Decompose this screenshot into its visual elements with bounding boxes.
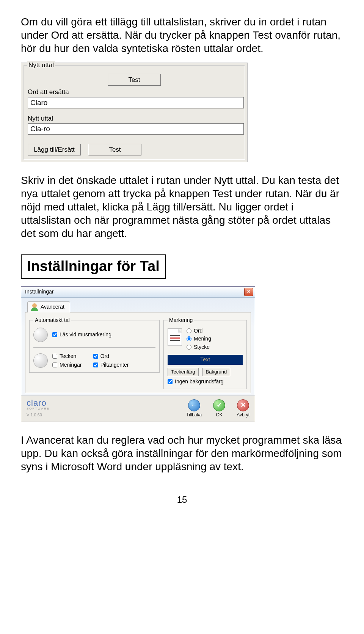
paragraph-2: Skriv in det önskade uttalet i rutan und… <box>21 174 343 240</box>
button-ok[interactable]: ✓ OK <box>213 399 225 418</box>
test-button-top[interactable]: Test <box>108 74 161 86</box>
radio-stycke[interactable]: Stycke <box>187 344 211 351</box>
label-ord-att-ersatta: Ord att ersätta <box>28 88 241 96</box>
window-title: Inställningar <box>25 289 244 295</box>
keyboard-icon <box>33 353 48 368</box>
claro-logo: claro SOFTWARE <box>27 399 50 410</box>
cancel-icon: ✕ <box>237 399 249 411</box>
group-mark-legend: Markering <box>168 317 194 324</box>
version-label: V 1.0.60 <box>27 413 50 418</box>
checkbox-input[interactable] <box>52 332 57 337</box>
group-markering: Markering Ord Mening Stycke <box>163 317 247 389</box>
window-titlebar: Inställningar ✕ <box>21 287 255 298</box>
input-ord-att-ersatta[interactable] <box>28 97 244 108</box>
radio-mening[interactable]: Mening <box>187 336 211 342</box>
screenshot-nytt-uttal: Nytt uttal Test Ord att ersätta Nytt utt… <box>21 63 248 162</box>
screenshot-installningar: Inställningar ✕ Avancerat Automatiskt ta… <box>21 286 255 422</box>
input-nytt-uttal[interactable] <box>28 123 244 135</box>
tab-avancerat[interactable]: Avancerat <box>27 301 70 312</box>
checkbox-tecken[interactable]: Tecken <box>52 353 88 360</box>
close-icon[interactable]: ✕ <box>244 288 253 296</box>
button-bakgrund[interactable]: Bakgrund <box>202 368 231 376</box>
button-avbryt[interactable]: ✕ Avbryt <box>237 399 249 418</box>
group-auto-legend: Automatiskt tal <box>33 317 71 324</box>
person-icon <box>31 303 38 311</box>
arrow-left-icon: ← <box>188 399 200 411</box>
paragraph-1: Om du vill göra ett tillägg till uttalsl… <box>21 15 343 55</box>
mouse-icon <box>33 328 48 342</box>
tab-label: Avancerat <box>41 304 64 311</box>
page-number: 15 <box>21 494 343 505</box>
button-tillbaka[interactable]: ← Tillbaka <box>186 399 202 418</box>
button-teckenfarg[interactable]: Teckenfärg <box>168 368 199 376</box>
text-color-sample: Text <box>168 355 243 365</box>
label-nytt-uttal: Nytt uttal <box>28 115 241 122</box>
paragraph-3: I Avancerat kan du reglera vad och hur m… <box>21 433 343 473</box>
add-replace-button[interactable]: Lägg till/Ersätt <box>28 144 81 155</box>
test-button-bottom[interactable]: Test <box>88 144 141 155</box>
group-legend: Nytt uttal <box>27 61 55 69</box>
checkbox-ord[interactable]: Ord <box>93 353 129 360</box>
checkbox-meningar[interactable]: Meningar <box>52 362 88 369</box>
radio-ord[interactable]: Ord <box>187 328 211 334</box>
section-heading: Inställningar för Tal <box>21 254 166 279</box>
document-icon <box>168 328 182 346</box>
checkbox-piltangenter[interactable]: Piltangenter <box>93 362 129 369</box>
divider <box>33 347 155 348</box>
checkbox-las-vid-musmarkering[interactable]: Läs vid musmarkering <box>52 331 111 338</box>
check-icon: ✓ <box>213 399 225 411</box>
checkbox-ingen-bakgrundsfarg[interactable]: Ingen bakgrundsfärg <box>168 378 243 385</box>
group-automatiskt-tal: Automatiskt tal Läs vid musmarkering <box>29 317 160 373</box>
